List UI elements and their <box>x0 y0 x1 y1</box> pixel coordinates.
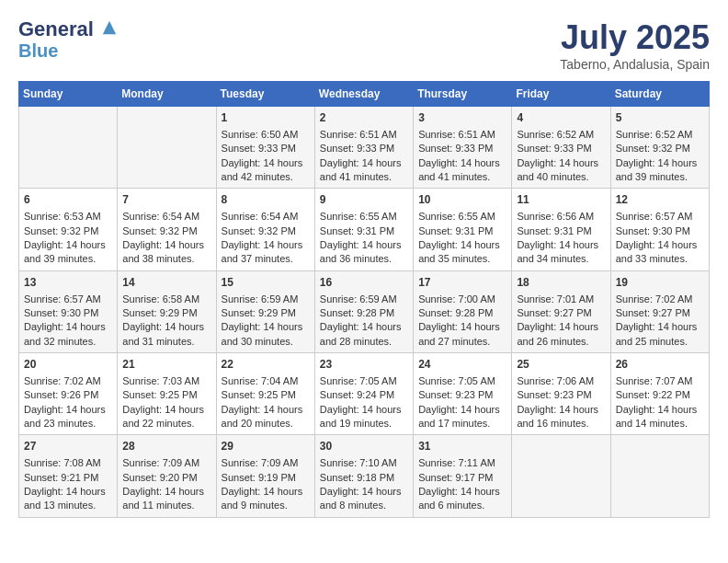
day-number: 3 <box>418 110 506 126</box>
title-block: July 2025 Taberno, Andalusia, Spain <box>560 18 710 72</box>
calendar-cell: 10Sunrise: 6:55 AMSunset: 9:31 PMDayligh… <box>414 189 512 270</box>
sunrise-text: Sunrise: 6:57 AM <box>24 293 101 304</box>
sunrise-text: Sunrise: 7:05 AM <box>320 375 397 386</box>
calendar-cell: 4Sunrise: 6:52 AMSunset: 9:33 PMDaylight… <box>512 107 610 189</box>
daylight-text: Daylight: 14 hours and 8 minutes. <box>320 486 402 511</box>
calendar-cell: 11Sunrise: 6:56 AMSunset: 9:31 PMDayligh… <box>512 189 610 270</box>
weekday-header-saturday: Saturday <box>610 82 709 107</box>
daylight-text: Daylight: 14 hours and 30 minutes. <box>222 321 303 346</box>
day-number: 19 <box>616 275 704 291</box>
daylight-text: Daylight: 14 hours and 36 minutes. <box>320 239 402 264</box>
daylight-text: Daylight: 14 hours and 14 minutes. <box>616 404 698 429</box>
sunset-text: Sunset: 9:27 PM <box>517 307 591 318</box>
sunrise-text: Sunrise: 6:52 AM <box>616 129 693 140</box>
sunset-text: Sunset: 9:27 PM <box>616 307 690 318</box>
calendar-cell: 17Sunrise: 7:00 AMSunset: 9:28 PMDayligh… <box>414 270 512 352</box>
calendar-cell: 29Sunrise: 7:09 AMSunset: 9:19 PMDayligh… <box>216 435 314 517</box>
weekday-header-row: SundayMondayTuesdayWednesdayThursdayFrid… <box>19 82 710 107</box>
daylight-text: Daylight: 14 hours and 28 minutes. <box>320 321 402 346</box>
sunset-text: Sunset: 9:25 PM <box>222 389 296 400</box>
daylight-text: Daylight: 14 hours and 39 minutes. <box>616 157 698 182</box>
day-number: 22 <box>222 357 310 373</box>
logo: General Blue <box>18 18 118 61</box>
calendar-table: SundayMondayTuesdayWednesdayThursdayFrid… <box>18 81 710 518</box>
calendar-cell: 14Sunrise: 6:58 AMSunset: 9:29 PMDayligh… <box>118 270 216 352</box>
calendar-cell: 18Sunrise: 7:01 AMSunset: 9:27 PMDayligh… <box>512 270 610 352</box>
day-number: 28 <box>122 439 210 454</box>
sunrise-text: Sunrise: 7:03 AM <box>122 375 199 386</box>
weekday-header-friday: Friday <box>512 82 610 107</box>
daylight-text: Daylight: 14 hours and 17 minutes. <box>418 404 500 429</box>
calendar-body: 1Sunrise: 6:50 AMSunset: 9:33 PMDaylight… <box>19 107 710 518</box>
sunrise-text: Sunrise: 7:02 AM <box>616 293 693 304</box>
daylight-text: Daylight: 14 hours and 9 minutes. <box>222 486 303 511</box>
calendar-cell: 22Sunrise: 7:04 AMSunset: 9:25 PMDayligh… <box>216 353 314 435</box>
sunset-text: Sunset: 9:33 PM <box>222 143 296 154</box>
day-number: 1 <box>222 110 310 126</box>
page-header: General Blue July 2025 Taberno, Andalusi… <box>18 18 710 72</box>
sunrise-text: Sunrise: 6:51 AM <box>418 129 495 140</box>
day-number: 20 <box>24 357 112 373</box>
daylight-text: Daylight: 14 hours and 32 minutes. <box>24 321 106 346</box>
sunset-text: Sunset: 9:23 PM <box>418 389 493 400</box>
sunset-text: Sunset: 9:33 PM <box>320 143 394 154</box>
sunrise-text: Sunrise: 6:54 AM <box>222 211 299 222</box>
day-number: 15 <box>222 275 310 291</box>
calendar-cell: 6Sunrise: 6:53 AMSunset: 9:32 PMDaylight… <box>19 189 118 270</box>
sunrise-text: Sunrise: 6:59 AM <box>320 293 397 304</box>
svg-marker-0 <box>103 21 116 34</box>
calendar-cell: 16Sunrise: 6:59 AMSunset: 9:28 PMDayligh… <box>314 270 413 352</box>
sunset-text: Sunset: 9:20 PM <box>122 472 197 483</box>
calendar-header: SundayMondayTuesdayWednesdayThursdayFrid… <box>19 82 710 107</box>
calendar-week-row: 27Sunrise: 7:08 AMSunset: 9:21 PMDayligh… <box>19 435 710 517</box>
sunset-text: Sunset: 9:22 PM <box>616 389 690 400</box>
sunrise-text: Sunrise: 7:00 AM <box>418 293 495 304</box>
calendar-cell: 1Sunrise: 6:50 AMSunset: 9:33 PMDaylight… <box>216 107 314 189</box>
sunrise-text: Sunrise: 6:55 AM <box>320 211 397 222</box>
daylight-text: Daylight: 14 hours and 41 minutes. <box>418 157 500 182</box>
sunrise-text: Sunrise: 7:07 AM <box>616 375 693 386</box>
sunrise-text: Sunrise: 7:09 AM <box>122 457 199 468</box>
calendar-cell: 27Sunrise: 7:08 AMSunset: 9:21 PMDayligh… <box>19 435 118 517</box>
day-number: 26 <box>616 357 704 373</box>
day-number: 23 <box>320 357 408 373</box>
sunset-text: Sunset: 9:31 PM <box>517 225 591 236</box>
calendar-cell: 23Sunrise: 7:05 AMSunset: 9:24 PMDayligh… <box>314 353 413 435</box>
sunrise-text: Sunrise: 7:01 AM <box>517 293 594 304</box>
calendar-cell: 13Sunrise: 6:57 AMSunset: 9:30 PMDayligh… <box>19 270 118 352</box>
daylight-text: Daylight: 14 hours and 31 minutes. <box>122 321 204 346</box>
calendar-cell: 3Sunrise: 6:51 AMSunset: 9:33 PMDaylight… <box>414 107 512 189</box>
sunset-text: Sunset: 9:28 PM <box>320 307 394 318</box>
calendar-cell: 7Sunrise: 6:54 AMSunset: 9:32 PMDaylight… <box>118 189 216 270</box>
sunset-text: Sunset: 9:28 PM <box>418 307 493 318</box>
sunrise-text: Sunrise: 7:06 AM <box>517 375 594 386</box>
daylight-text: Daylight: 14 hours and 16 minutes. <box>517 404 598 429</box>
calendar-cell <box>118 107 216 189</box>
day-number: 10 <box>418 192 506 208</box>
sunrise-text: Sunrise: 6:51 AM <box>320 129 397 140</box>
day-number: 5 <box>616 110 704 126</box>
day-number: 27 <box>24 439 112 454</box>
sunrise-text: Sunrise: 6:57 AM <box>616 211 693 222</box>
sunset-text: Sunset: 9:29 PM <box>122 307 197 318</box>
sunset-text: Sunset: 9:32 PM <box>122 225 197 236</box>
sunset-text: Sunset: 9:30 PM <box>616 225 690 236</box>
day-number: 12 <box>616 192 704 208</box>
day-number: 14 <box>122 275 210 291</box>
calendar-cell: 25Sunrise: 7:06 AMSunset: 9:23 PMDayligh… <box>512 353 610 435</box>
sunrise-text: Sunrise: 7:02 AM <box>24 375 101 386</box>
sunset-text: Sunset: 9:32 PM <box>222 225 296 236</box>
sunset-text: Sunset: 9:23 PM <box>517 389 591 400</box>
sunrise-text: Sunrise: 7:10 AM <box>320 457 397 468</box>
day-number: 31 <box>418 439 506 454</box>
sunset-text: Sunset: 9:31 PM <box>418 225 493 236</box>
sunset-text: Sunset: 9:17 PM <box>418 472 493 483</box>
day-number: 24 <box>418 357 506 373</box>
day-number: 13 <box>24 275 112 291</box>
daylight-text: Daylight: 14 hours and 37 minutes. <box>222 239 303 264</box>
sunrise-text: Sunrise: 7:08 AM <box>24 457 101 468</box>
sunset-text: Sunset: 9:21 PM <box>24 472 98 483</box>
day-number: 8 <box>222 192 310 208</box>
sunset-text: Sunset: 9:29 PM <box>222 307 296 318</box>
daylight-text: Daylight: 14 hours and 20 minutes. <box>222 404 303 429</box>
